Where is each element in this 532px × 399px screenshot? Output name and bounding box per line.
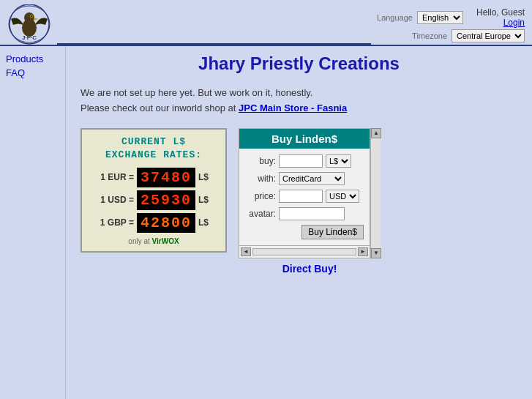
vscroll-down-button[interactable]: ▼ <box>371 248 381 258</box>
rate-row-usd: 1 USD = 25930 L$ <box>91 190 217 210</box>
svg-text:J·P·C: J·P·C <box>22 34 37 41</box>
vscroll-bar: ▲ ▼ <box>370 128 381 258</box>
hscroll-area: ◄ ► <box>239 245 370 258</box>
intro-line1: We are not set up here yet. But we work … <box>80 86 517 101</box>
scroll-up-icon: ▲ <box>373 130 379 136</box>
language-row: Language English <box>377 11 463 24</box>
price-currency-select[interactable]: USD <box>326 190 359 203</box>
buy-widget-header: Buy Linden$ <box>239 129 370 149</box>
language-label: Language <box>377 13 413 22</box>
logo-area: J·P·C <box>7 4 51 45</box>
rate-value-eur: 37480 <box>137 168 195 187</box>
buy-widget-container: Buy Linden$ buy: L$ <box>239 128 381 275</box>
greeting-text: Hello, Guest <box>476 7 525 18</box>
buy-currency-select[interactable]: L$ <box>326 154 351 168</box>
intro-line2: Please check out our inworld shop at JPC… <box>80 101 517 116</box>
price-label: price: <box>245 191 276 201</box>
timezone-row: Timezone Central Europe <box>412 29 525 42</box>
intro-text: We are not set up here yet. But we work … <box>80 86 517 116</box>
rate-label-usd: 1 USD = <box>99 195 134 205</box>
price-row: price: USD <box>245 190 364 203</box>
vscroll-up-button[interactable]: ▲ <box>371 128 381 138</box>
buy-widget: Buy Linden$ buy: L$ <box>239 128 370 258</box>
header-top-right: Language English Hello, Guest Login Time… <box>377 7 525 42</box>
buy-widget-body: buy: L$ with: CreditCard <box>239 149 370 245</box>
with-label: with: <box>245 174 276 184</box>
exchange-title: Current L$ Exchange Rates: <box>91 135 217 162</box>
sidebar-item-faq[interactable]: FAQ <box>6 67 59 78</box>
buy-widget-outer: Buy Linden$ buy: L$ <box>239 128 381 258</box>
svg-point-4 <box>31 15 32 17</box>
logo-eagle-icon: J·P·C <box>7 4 51 45</box>
hscroll-right-button[interactable]: ► <box>358 247 368 256</box>
page-title: Jhary Priestly Creations <box>80 53 517 74</box>
scroll-down-icon: ▼ <box>373 250 379 256</box>
widgets-area: Current L$ Exchange Rates: 1 EUR = 37480… <box>80 128 517 275</box>
buy-linden-button[interactable]: Buy Linden$ <box>301 225 364 239</box>
rate-row-gbp: 1 GBP = 42800 L$ <box>91 213 217 233</box>
rate-unit-eur: L$ <box>198 172 209 182</box>
rate-label-eur: 1 EUR = <box>99 172 134 182</box>
avatar-row: avatar: <box>245 207 364 220</box>
with-row: with: CreditCard <box>245 172 364 185</box>
price-input[interactable] <box>279 190 323 203</box>
rate-label-gbp: 1 GBP = <box>99 217 134 228</box>
hscroll-track[interactable] <box>252 248 356 256</box>
avatar-label: avatar: <box>245 209 276 219</box>
scroll-right-icon: ► <box>360 248 366 255</box>
hscroll-left-button[interactable]: ◄ <box>241 247 251 256</box>
buy-label: buy: <box>245 156 276 166</box>
content: Jhary Priestly Creations We are not set … <box>66 46 532 399</box>
avatar-input[interactable] <box>279 207 345 220</box>
shop-link[interactable]: JPC Main Store - Fasnia <box>239 102 347 113</box>
with-select[interactable]: CreditCard <box>279 172 345 185</box>
buy-input[interactable] <box>279 154 323 168</box>
svg-point-2 <box>24 12 34 23</box>
login-link[interactable]: Login <box>503 18 525 28</box>
buy-button-row: Buy Linden$ <box>245 225 364 239</box>
rate-row-eur: 1 EUR = 37480 L$ <box>91 168 217 187</box>
header: J·P·C Language English Hello, Guest Logi… <box>0 0 532 46</box>
vscroll-track[interactable] <box>371 138 381 248</box>
language-select[interactable]: English <box>417 11 463 24</box>
rate-value-usd: 25930 <box>137 190 195 210</box>
buy-row: buy: L$ <box>245 154 364 168</box>
rate-value-gbp: 42800 <box>137 213 195 233</box>
sidebar: Products FAQ <box>0 46 66 399</box>
sidebar-item-products[interactable]: Products <box>6 53 59 64</box>
greeting-login: Hello, Guest Login <box>476 7 525 28</box>
timezone-label: Timezone <box>412 31 447 40</box>
virwox-brand: VirWOX <box>152 237 179 245</box>
timezone-select[interactable]: Central Europe <box>452 29 525 42</box>
main-layout: Products FAQ Jhary Priestly Creations We… <box>0 46 532 399</box>
virwox-footer: only at VirWOX <box>91 237 217 245</box>
scroll-left-icon: ◄ <box>243 248 249 255</box>
rate-unit-usd: L$ <box>198 195 209 205</box>
direct-buy-label: Direct Buy! <box>239 263 381 275</box>
exchange-widget: Current L$ Exchange Rates: 1 EUR = 37480… <box>80 128 227 253</box>
rate-unit-gbp: L$ <box>198 217 209 228</box>
